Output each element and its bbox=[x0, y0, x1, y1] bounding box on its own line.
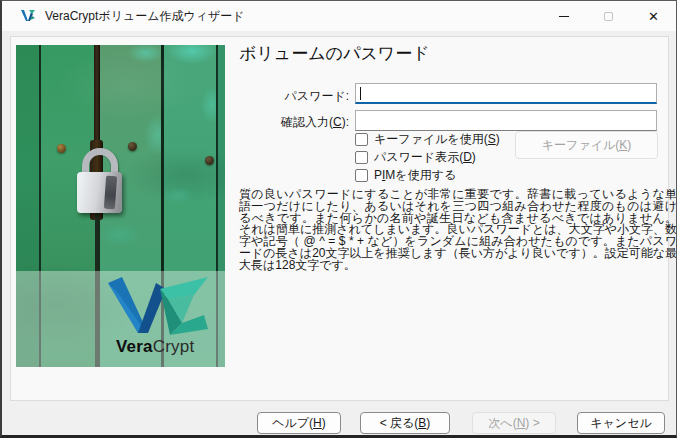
veracrypt-wizard-window: VeraCryptボリューム作成ウィザード ✕ bbox=[0, 0, 677, 438]
close-icon: ✕ bbox=[648, 9, 659, 24]
checkbox-label: パスワード表示(D) bbox=[374, 149, 476, 166]
close-button[interactable]: ✕ bbox=[631, 1, 676, 31]
minimize-button[interactable] bbox=[541, 1, 586, 31]
checkbox-label: キーファイルを使用(S) bbox=[374, 131, 500, 148]
keyfiles-button-disabled: キーファイル(K) bbox=[515, 131, 658, 159]
password-label: パスワード: bbox=[161, 88, 349, 105]
checkbox-use-pim[interactable]: PIMを使用する bbox=[355, 167, 456, 184]
brand-band: VeraCrypt bbox=[16, 271, 225, 367]
checkbox-label: PIMを使用する bbox=[374, 167, 456, 184]
confirm-input[interactable] bbox=[355, 110, 657, 131]
help-button[interactable]: ヘルプ(H) bbox=[257, 412, 341, 434]
window-title: VeraCryptボリューム作成ウィザード bbox=[45, 8, 245, 25]
next-button-disabled: 次へ(N) > bbox=[472, 412, 556, 434]
veracrypt-logo-icon bbox=[108, 277, 212, 341]
cancel-button[interactable]: キャンセル bbox=[577, 412, 665, 434]
minimize-icon bbox=[559, 16, 569, 17]
wizard-page-panel: VeraCrypt ボリュームのパスワード パスワード: 確認入力(C): キー… bbox=[10, 36, 669, 401]
password-input[interactable] bbox=[355, 83, 657, 104]
checkbox-icon[interactable] bbox=[355, 133, 368, 146]
bolt-icon bbox=[205, 156, 214, 165]
password-advice-text: 質の良いパスワードにすることが非常に重要です。辞書に載っているような単語一つだけ… bbox=[239, 189, 677, 272]
maximize-button-disabled bbox=[586, 1, 631, 31]
page-title: ボリュームのパスワード bbox=[239, 42, 430, 65]
veracrypt-app-icon bbox=[20, 8, 36, 24]
back-button[interactable]: < 戻る(B) bbox=[360, 412, 450, 434]
bolt-icon bbox=[128, 142, 137, 151]
button-bar: ヘルプ(H) < 戻る(B) 次へ(N) > キャンセル bbox=[2, 401, 676, 436]
checkbox-use-keyfiles[interactable]: キーファイルを使用(S) bbox=[355, 131, 500, 148]
checkbox-icon[interactable] bbox=[355, 151, 368, 164]
bolt-icon bbox=[57, 144, 66, 153]
title-bar: VeraCryptボリューム作成ウィザード ✕ bbox=[2, 1, 676, 31]
checkbox-display-password[interactable]: パスワード表示(D) bbox=[355, 149, 476, 166]
veracrypt-wordmark: VeraCrypt bbox=[116, 337, 194, 357]
text-caret bbox=[360, 87, 361, 100]
confirm-label: 確認入力(C): bbox=[161, 114, 349, 131]
checkbox-icon[interactable] bbox=[355, 169, 368, 182]
maximize-icon bbox=[604, 12, 613, 21]
padlock-body bbox=[77, 172, 122, 213]
